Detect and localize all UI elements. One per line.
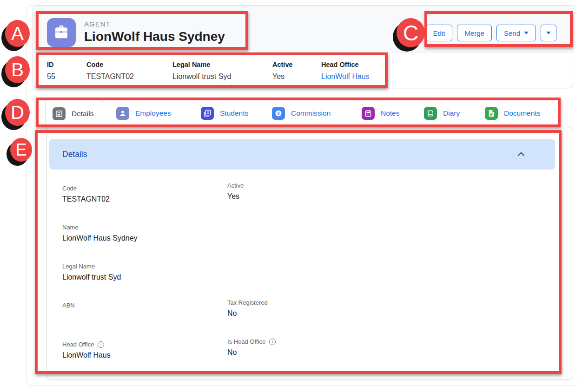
annotation-letter: E (15, 140, 26, 160)
field-row: Code TESTAGNT02 Active Yes (62, 185, 554, 206)
tab-bar: Details Employees Students $ Commission … (27, 99, 578, 127)
field-name-label: Name (62, 224, 227, 231)
info-icon[interactable]: i (269, 339, 276, 345)
field-legal-name-label: Legal Name (62, 263, 227, 270)
chevron-down-icon (524, 32, 529, 34)
details-panel: Details Code TESTAGNT02 Active Yes Name (46, 127, 573, 380)
field-row: Name LionWolf Haus Sydney (62, 224, 554, 245)
employees-icon (116, 107, 129, 120)
merge-button[interactable]: Merge (457, 25, 492, 41)
agent-briefcase-icon (47, 18, 76, 47)
annotation-letter: A (11, 23, 24, 44)
chevron-down-icon (546, 32, 551, 34)
tab-diary-label: Diary (443, 109, 460, 118)
tab-students[interactable]: Students (201, 107, 248, 120)
field-head-office-value: LionWolf Haus (62, 351, 227, 359)
documents-icon (485, 107, 498, 120)
details-panel-header[interactable]: Details (49, 139, 555, 170)
tab-commission[interactable]: $ Commission (272, 107, 331, 120)
entity-type-label: AGENT (84, 20, 111, 28)
info-icon[interactable]: i (98, 341, 104, 348)
commission-icon: $ (272, 107, 285, 120)
summary-active-value: Yes (272, 72, 293, 81)
field-code-value: TESTAGNT02 (62, 195, 227, 203)
field-active: Active Yes (227, 182, 554, 203)
tab-notes-label: Notes (381, 109, 400, 118)
field-name-value: LionWolf Haus Sydney (62, 234, 227, 242)
students-icon (201, 107, 214, 120)
field-row: Legal Name Lionwolf trust Syd (62, 263, 554, 284)
svg-text:$: $ (277, 111, 279, 116)
details-icon (53, 107, 66, 120)
summary-legal-name-label: Legal Name (172, 61, 231, 68)
send-button-label: Send (504, 29, 520, 37)
field-abn: ABN (62, 302, 227, 323)
more-actions-dropdown-button[interactable] (541, 25, 556, 41)
summary-code: Code TESTAGNT02 (86, 61, 134, 81)
tab-employees[interactable]: Employees (116, 107, 171, 120)
summary-legal-name: Legal Name Lionwolf trust Syd (172, 61, 231, 81)
merge-button-label: Merge (464, 29, 484, 37)
agent-header-top: AGENT LionWolf Haus Sydney Edit Merge Se… (33, 6, 573, 52)
field-row: Head Officei LionWolf Haus Is Head Offic… (62, 341, 554, 362)
field-active-label: Active (227, 182, 554, 189)
summary-row: ID 55 Code TESTAGNT02 Legal Name Lionwol… (33, 52, 573, 88)
field-active-value: Yes (227, 192, 554, 201)
field-legal-name: Legal Name Lionwolf trust Syd (62, 263, 227, 284)
field-is-head-office-value: No (227, 348, 554, 357)
tab-notes[interactable]: Notes (362, 107, 400, 120)
field-tax-registered-label: Tax Registered (227, 299, 554, 306)
summary-head-office-label: Head Office (321, 61, 370, 68)
notes-icon (362, 107, 375, 120)
summary-head-office: Head Office LionWolf Haus (321, 61, 370, 81)
summary-active: Active Yes (272, 61, 293, 81)
details-fields: Code TESTAGNT02 Active Yes Name LionWolf… (62, 185, 554, 362)
summary-id: ID 55 (47, 61, 55, 81)
agent-detail-page: AGENT LionWolf Haus Sydney Edit Merge Se… (0, 0, 582, 392)
field-head-office-label: Head Officei (62, 341, 227, 348)
field-is-head-office-label: Is Head Officei (227, 338, 554, 345)
field-code-label: Code (62, 185, 227, 192)
send-dropdown-button[interactable]: Send (496, 25, 536, 41)
field-legal-name-value: Lionwolf trust Syd (62, 273, 227, 281)
summary-id-value: 55 (47, 72, 55, 81)
action-button-group: Edit Merge Send (426, 25, 556, 41)
edit-button[interactable]: Edit (426, 25, 453, 41)
summary-code-label: Code (86, 61, 134, 68)
tab-details[interactable]: Details (45, 99, 103, 128)
page-title: LionWolf Haus Sydney (84, 29, 225, 44)
field-abn-label: ABN (62, 302, 227, 309)
summary-id-label: ID (47, 61, 55, 68)
field-name: Name LionWolf Haus Sydney (62, 224, 227, 245)
details-panel-title: Details (62, 150, 87, 159)
field-row: ABN Tax Registered No (62, 302, 554, 323)
tab-diary[interactable]: Diary (424, 107, 460, 120)
diary-icon (424, 107, 437, 120)
annotation-letter: B (11, 59, 24, 80)
summary-code-value: TESTAGNT02 (86, 72, 134, 81)
tab-commission-label: Commission (291, 109, 331, 118)
field-is-head-office: Is Head Officei No (227, 338, 554, 359)
tab-documents-label: Documents (504, 109, 540, 118)
tab-students-label: Students (220, 109, 248, 118)
annotation-letter: D (11, 102, 24, 123)
agent-header-card: AGENT LionWolf Haus Sydney Edit Merge Se… (33, 6, 573, 88)
field-head-office: Head Officei LionWolf Haus (62, 341, 227, 362)
field-code: Code TESTAGNT02 (62, 185, 227, 206)
briefcase-icon (53, 24, 70, 41)
summary-legal-name-value: Lionwolf trust Syd (172, 72, 231, 81)
chevron-up-icon[interactable] (515, 148, 527, 160)
edit-button-label: Edit (433, 29, 445, 37)
tab-employees-label: Employees (135, 109, 171, 118)
head-office-link[interactable]: LionWolf Haus (321, 72, 370, 81)
field-tax-registered: Tax Registered No (227, 299, 554, 320)
tab-documents[interactable]: Documents (485, 107, 540, 120)
tab-details-label: Details (72, 110, 93, 118)
field-tax-registered-value: No (227, 309, 554, 318)
summary-active-label: Active (272, 61, 293, 68)
